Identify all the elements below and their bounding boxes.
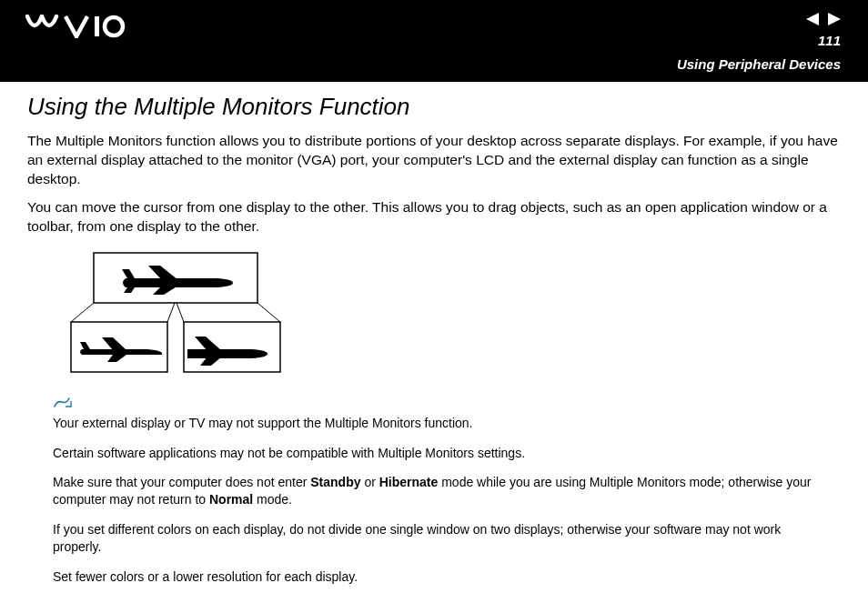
section-name: Using Peripheral Devices: [677, 56, 841, 72]
paragraph-2: You can move the cursor from one display…: [27, 198, 841, 236]
vaio-logo: [25, 15, 126, 42]
nav-arrows: [806, 13, 841, 29]
page-number: 111: [818, 33, 841, 48]
svg-line-6: [257, 303, 280, 322]
bold-hibernate: Hibernate: [379, 475, 439, 489]
header-bar: 111 Using Peripheral Devices: [0, 0, 868, 82]
note-3-text: or: [361, 475, 379, 489]
note-1: Your external display or TV may not supp…: [53, 415, 813, 432]
svg-rect-8: [184, 322, 280, 372]
note-3-text: mode.: [253, 492, 292, 507]
note-5: Set fewer colors or a lower resolution f…: [53, 568, 813, 586]
note-4: If you set different colors on each disp…: [53, 521, 813, 556]
note-3-text: Make sure that your computer does not en…: [53, 475, 310, 489]
svg-rect-2: [94, 253, 257, 303]
svg-point-1: [105, 17, 123, 35]
note-3: Make sure that your computer does not en…: [53, 474, 813, 508]
note-2: Certain software applications may not be…: [53, 445, 813, 462]
bold-standby: Standby: [310, 475, 360, 489]
svg-line-3: [71, 303, 94, 322]
note-icon: [53, 397, 841, 413]
content-area: Using the Multiple Monitors Function The…: [0, 82, 868, 613]
paragraph-1: The Multiple Monitors function allows yo…: [27, 132, 841, 189]
next-page-button[interactable]: [826, 13, 841, 29]
bold-normal: Normal: [209, 492, 253, 507]
svg-line-5: [177, 303, 184, 322]
svg-line-4: [167, 303, 175, 322]
prev-page-button[interactable]: [806, 13, 821, 29]
svg-rect-0: [95, 16, 99, 36]
page-title: Using the Multiple Monitors Function: [27, 93, 841, 121]
multi-monitor-diagram: [53, 251, 841, 382]
